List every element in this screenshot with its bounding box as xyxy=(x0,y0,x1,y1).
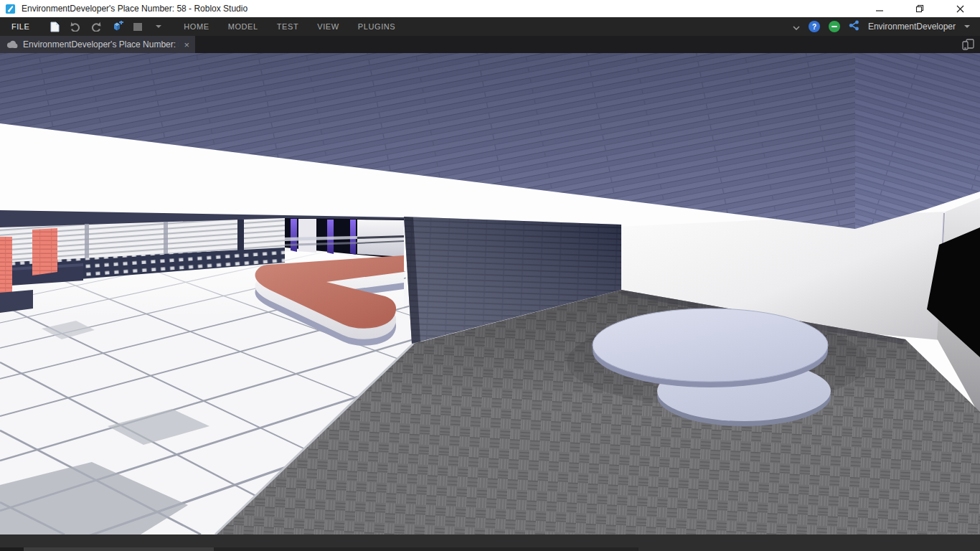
chevron-down-icon[interactable] xyxy=(793,20,800,33)
ribbon-tabs: HOME MODEL TEST VIEW PLUGINS xyxy=(184,22,395,31)
tab-model[interactable]: MODEL xyxy=(228,22,258,31)
menubar-right: ? EnvironmentDeveloper xyxy=(793,20,974,34)
tab-bar-spacer xyxy=(195,36,956,53)
help-icon[interactable]: ? xyxy=(809,21,820,32)
status-bar-strip xyxy=(0,547,980,551)
tab-home[interactable]: HOME xyxy=(184,22,209,31)
tab-label: EnvironmentDeveloper's Place Number: 58 xyxy=(23,39,179,50)
undo-icon[interactable] xyxy=(69,20,82,33)
scene-canvas xyxy=(0,53,980,534)
close-button[interactable] xyxy=(940,0,980,17)
3d-viewport[interactable] xyxy=(0,53,980,534)
file-menu-button[interactable]: FILE xyxy=(6,22,38,31)
tab-plugins[interactable]: PLUGINS xyxy=(358,22,396,31)
tab-test[interactable]: TEST xyxy=(277,22,299,31)
insert-part-icon[interactable] xyxy=(110,20,123,33)
tab-view[interactable]: VIEW xyxy=(317,22,339,31)
purple-light-strip xyxy=(291,219,297,252)
cloud-icon xyxy=(6,40,18,49)
new-file-icon[interactable] xyxy=(48,20,61,33)
screenshot-icon[interactable] xyxy=(131,20,144,33)
quick-access-toolbar xyxy=(48,20,165,33)
device-emulation-icon[interactable] xyxy=(956,36,980,53)
caret-down-icon[interactable] xyxy=(964,25,970,28)
toolbar-overflow-icon[interactable] xyxy=(152,20,165,33)
place-tab[interactable]: EnvironmentDeveloper's Place Number: 58 … xyxy=(0,36,195,53)
window-title: EnvironmentDeveloper's Place Number: 58 … xyxy=(22,4,248,14)
status-bar xyxy=(0,534,980,551)
menu-bar: FILE xyxy=(0,17,980,36)
account-name[interactable]: EnvironmentDeveloper xyxy=(868,22,956,32)
restore-button[interactable] xyxy=(900,0,940,17)
minimize-button[interactable] xyxy=(859,0,900,17)
redo-icon[interactable] xyxy=(90,20,103,33)
document-tab-bar: EnvironmentDeveloper's Place Number: 58 … xyxy=(0,36,980,53)
roblox-studio-icon xyxy=(5,4,16,14)
title-bar: EnvironmentDeveloper's Place Number: 58 … xyxy=(0,0,980,17)
window-controls xyxy=(859,0,980,17)
connection-status-icon[interactable] xyxy=(829,21,840,32)
tab-close-icon[interactable]: × xyxy=(184,40,189,50)
share-icon[interactable] xyxy=(849,20,859,34)
